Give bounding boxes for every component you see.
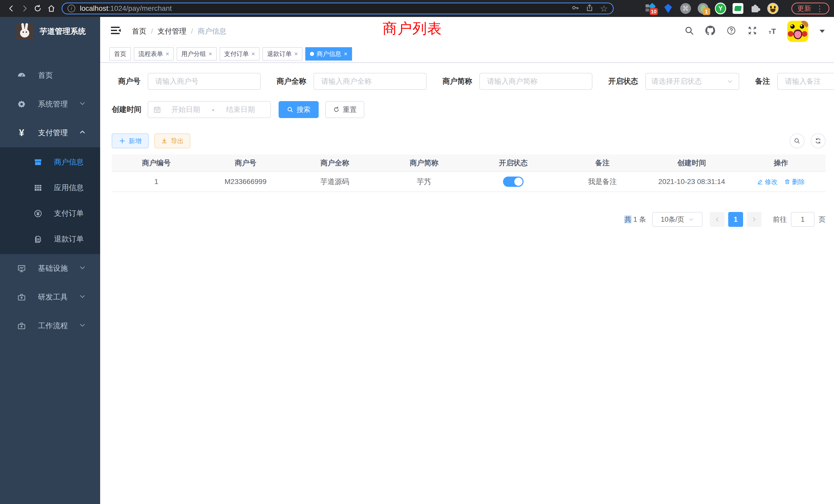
browser-profile-avatar[interactable] (767, 3, 778, 14)
tags-view: 首页 流程表单× 用户分组× 支付订单× 退款订单× 商户信息× (100, 46, 834, 63)
search-button[interactable]: 搜索 (279, 101, 319, 118)
sidebar-item-pay-orders[interactable]: 支付订单 (0, 201, 100, 226)
reset-button[interactable]: 重置 (325, 101, 364, 118)
logo-rabbit-icon (17, 23, 33, 40)
toggle-search-button[interactable] (790, 134, 805, 148)
sidebar-item-payment[interactable]: ¥ 支付管理 (0, 118, 100, 147)
prev-page-button[interactable] (710, 212, 725, 227)
tab-merchant-info[interactable]: 商户信息× (305, 47, 352, 61)
close-icon[interactable]: × (208, 51, 212, 57)
extension-status-dot-icon[interactable]: 1 (697, 3, 709, 14)
sidebar-item-dev-tools[interactable]: 研发工具 (0, 283, 100, 312)
close-icon[interactable]: × (166, 51, 169, 57)
cell-remark: 我是备注 (558, 177, 647, 187)
tab-refund-orders[interactable]: 退款订单× (262, 47, 303, 61)
active-dot (310, 52, 314, 56)
browser-reload-icon[interactable] (31, 3, 45, 14)
extension-y-icon[interactable]: Y (715, 3, 726, 14)
edit-link[interactable]: 修改 (757, 178, 777, 186)
gear-icon (16, 100, 27, 109)
create-time-range-picker[interactable]: 开始日期 - 结束日期 (148, 101, 271, 118)
breadcrumb-home[interactable]: 首页 (132, 26, 146, 36)
font-size-icon[interactable]: тT (769, 27, 776, 36)
sidebar-item-app-info[interactable]: 应用信息 (0, 175, 100, 201)
tab-home[interactable]: 首页 (109, 47, 131, 61)
fullscreen-icon[interactable] (747, 26, 757, 37)
goto-page-input[interactable] (791, 212, 814, 227)
extension-command-icon[interactable]: ⌘ (680, 3, 691, 14)
github-icon[interactable] (705, 26, 715, 37)
document-icon (32, 235, 44, 244)
sidebar-item-system[interactable]: 系统管理 (0, 90, 100, 118)
breadcrumb-separator: / (191, 27, 193, 36)
chevron-right-icon (751, 216, 757, 222)
column-header: 创建时间 (647, 158, 737, 168)
browser-menu-icon[interactable]: ⋮ (816, 4, 824, 13)
avatar-dropdown-caret-icon[interactable] (820, 30, 825, 36)
user-avatar[interactable] (787, 21, 808, 42)
app-title: 芋道管理系统 (40, 26, 86, 37)
share-icon[interactable] (586, 4, 593, 13)
pagination: 共 1 条 10条/页 1 前往 页 (112, 212, 826, 227)
breadcrumb-payment[interactable]: 支付管理 (158, 26, 186, 36)
trash-icon (784, 179, 790, 185)
browser-back-icon[interactable] (5, 3, 18, 14)
delete-link[interactable]: 删除 (784, 178, 805, 186)
refresh-icon (815, 138, 821, 144)
breadcrumb-current: 商户信息 (198, 26, 226, 36)
tab-user-group[interactable]: 用户分组× (177, 47, 217, 61)
browser-home-icon[interactable] (45, 3, 58, 14)
yen-icon: ¥ (16, 128, 27, 138)
merchant-no-input[interactable] (148, 73, 261, 90)
help-icon[interactable] (726, 26, 736, 37)
cell-merchant-no: M233666999 (201, 178, 290, 186)
close-icon[interactable]: × (344, 51, 347, 57)
header-search-icon[interactable] (684, 26, 694, 37)
chevron-down-icon (79, 100, 86, 109)
extension-gem-icon[interactable] (662, 3, 674, 14)
bookmark-star-icon[interactable]: ☆ (600, 4, 608, 13)
remark-label: 备注 (755, 76, 770, 87)
close-icon[interactable]: × (251, 51, 255, 57)
refresh-table-button[interactable] (811, 134, 826, 148)
briefcase-icon (16, 322, 27, 330)
chevron-down-icon (79, 293, 86, 301)
extensions-puzzle-icon[interactable] (750, 3, 761, 14)
extension-chat-icon[interactable] (732, 3, 744, 14)
chevron-down-icon (688, 216, 694, 222)
column-header: 商户号 (201, 158, 290, 168)
extension-grid-diamond-icon[interactable]: 10 (645, 3, 656, 14)
sidebar-item-infra[interactable]: 基础设施 (0, 254, 100, 283)
sidebar-item-merchant-info[interactable]: 商户信息 (0, 150, 100, 175)
close-icon[interactable]: × (294, 51, 298, 57)
add-button[interactable]: 新增 (112, 134, 149, 148)
browser-forward-icon[interactable] (18, 3, 31, 14)
status-toggle[interactable] (503, 177, 524, 187)
tab-pay-orders[interactable]: 支付订单× (220, 47, 260, 61)
sidebar-item-workflow[interactable]: 工作流程 (0, 312, 100, 340)
monitor-icon (16, 264, 27, 273)
cell-create-time: 2021-10-23 08:31:14 (647, 178, 737, 186)
short-name-input[interactable] (479, 73, 592, 90)
site-info-icon[interactable]: i (68, 5, 75, 12)
browser-toolbar: i localhost:1024/pay/merchant ☆ 10 ⌘ (0, 0, 834, 17)
sidebar-logo[interactable]: 芋道管理系统 (0, 17, 100, 46)
tab-process-form[interactable]: 流程表单× (134, 47, 174, 61)
password-key-icon[interactable] (571, 4, 579, 13)
full-name-input[interactable] (313, 73, 426, 90)
status-select[interactable]: 请选择开启状态 (645, 73, 739, 90)
export-button[interactable]: 导出 (154, 134, 190, 148)
page-number-button[interactable]: 1 (728, 212, 743, 227)
page-suffix: 页 (818, 215, 826, 224)
sidebar-collapse-icon[interactable] (111, 26, 121, 37)
browser-update-button[interactable]: 更新 ⋮ (791, 3, 829, 14)
sidebar-item-refund-orders[interactable]: 退款订单 (0, 226, 100, 252)
page-size-select[interactable]: 10条/页 (652, 212, 703, 227)
chevron-left-icon (714, 216, 720, 222)
cell-merchant-id: 1 (112, 178, 201, 186)
address-bar[interactable]: i localhost:1024/pay/merchant ☆ (62, 3, 614, 14)
remark-input[interactable] (777, 73, 834, 90)
download-icon (161, 138, 168, 144)
sidebar-item-home[interactable]: 首页 (0, 61, 100, 90)
next-page-button[interactable] (747, 212, 762, 227)
